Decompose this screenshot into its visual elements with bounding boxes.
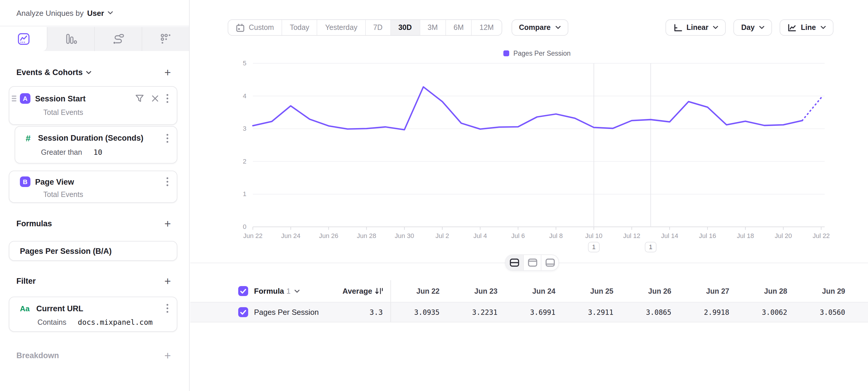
table-col-header: Jun 26 xyxy=(623,287,681,295)
drag-handle-icon[interactable] xyxy=(12,95,17,101)
y-axis-label: 0 xyxy=(243,223,246,230)
breakdown-section-header: Breakdown + xyxy=(17,351,171,360)
filter-card-current-url[interactable]: Aa Current URL Contains docs.mixpanel.co… xyxy=(9,297,177,332)
series-dropdown[interactable]: Formula 1 xyxy=(254,287,299,296)
range-yesterday[interactable]: Yesterday xyxy=(317,20,365,35)
annotation-badge[interactable]: 1 xyxy=(645,242,656,252)
table-col-header: Jun 27 xyxy=(681,287,739,295)
range-30d[interactable]: 30D xyxy=(390,20,420,35)
range-7d[interactable]: 7D xyxy=(365,20,390,35)
filter-section-title: Filter xyxy=(17,277,36,285)
table-row-values: 3.0935 3.2231 3.6991 3.2911 3.0865 2.991… xyxy=(391,303,855,322)
table-col-header: Jun 25 xyxy=(565,287,623,295)
add-formula-button[interactable]: + xyxy=(164,220,171,228)
table-col-header: Jun 22 xyxy=(391,287,449,295)
chart-line-projected[interactable] xyxy=(802,97,821,120)
x-axis-label: Jun 28 xyxy=(357,232,376,240)
average-sort-header[interactable]: Average xyxy=(342,287,391,296)
kebab-menu-icon[interactable] xyxy=(166,133,168,143)
table-header-row: Formula 1 Average Jun 22 Jun 23 Jun 24 J… xyxy=(190,280,868,303)
range-12m[interactable]: 12M xyxy=(471,20,502,35)
chart-toolbar: Custom Today Yesterday 7D 30D 3M 6M 12M … xyxy=(228,19,834,36)
analyze-label: Analyze Uniques by xyxy=(17,8,84,17)
select-all-checkbox[interactable] xyxy=(238,286,248,296)
kebab-menu-icon[interactable] xyxy=(166,177,168,187)
filter-operator[interactable]: Contains xyxy=(37,318,66,327)
x-axis-label: Jul 12 xyxy=(623,232,640,240)
x-axis-label: Jul 20 xyxy=(775,232,792,240)
annotation-badge[interactable]: 1 xyxy=(588,242,599,252)
filter-value[interactable]: docs.mixpanel.com xyxy=(78,318,153,327)
scale-button[interactable]: Linear xyxy=(665,19,726,36)
view-table-button[interactable] xyxy=(541,255,558,270)
kebab-menu-icon[interactable] xyxy=(166,304,168,313)
string-property-icon: Aa xyxy=(20,304,32,313)
granularity-button[interactable]: Day xyxy=(734,19,772,36)
x-axis-label: Jun 24 xyxy=(281,232,300,240)
y-axis-label: 4 xyxy=(243,92,246,100)
formula-expression[interactable]: Pages Per Session (B/A) xyxy=(20,247,112,255)
event-card-session-start[interactable]: A Session Start Total Events xyxy=(9,86,177,125)
line-chart: 012345Jun 22Jun 24Jun 26Jun 28Jun 30Jul … xyxy=(190,46,868,260)
table-cell: 3.2231 xyxy=(449,308,507,316)
view-split-button[interactable] xyxy=(506,255,523,270)
kebab-menu-icon[interactable] xyxy=(166,94,168,103)
range-today[interactable]: Today xyxy=(282,20,317,35)
tab-retention[interactable] xyxy=(142,27,189,51)
row-checkbox[interactable] xyxy=(238,307,248,317)
x-axis-label: Jul 22 xyxy=(813,232,830,240)
add-filter-button[interactable]: + xyxy=(164,277,171,285)
tab-insights[interactable] xyxy=(0,27,48,51)
view-chart-button[interactable] xyxy=(523,255,541,270)
x-axis-label: Jul 6 xyxy=(511,232,525,240)
funnels-bars-icon xyxy=(65,33,77,45)
linear-axis-icon xyxy=(673,23,682,32)
add-event-button[interactable]: + xyxy=(164,68,171,77)
events-section-header: Events & Cohorts + xyxy=(17,68,171,77)
event-name[interactable]: Session Start xyxy=(35,94,86,103)
event-card-page-view[interactable]: B Page View Total Events xyxy=(9,171,177,203)
x-axis-label: Jun 26 xyxy=(319,232,338,240)
filter-value[interactable]: 10 xyxy=(93,148,102,157)
range-3m[interactable]: 3M xyxy=(420,20,445,35)
event-name[interactable]: Page View xyxy=(35,177,74,186)
chevron-down-icon xyxy=(294,289,299,293)
event-measure[interactable]: Total Events xyxy=(9,187,177,199)
chart-display-controls: Linear Day Line xyxy=(665,19,834,36)
analyze-header: Analyze Uniques by User xyxy=(0,0,189,26)
check-icon xyxy=(240,288,246,294)
chevron-down-icon[interactable] xyxy=(86,71,92,74)
table-cell: 3.2911 xyxy=(565,308,623,316)
event-measure[interactable]: Total Events xyxy=(9,104,177,117)
tab-funnels[interactable] xyxy=(48,27,95,51)
analyze-value-dropdown[interactable]: User xyxy=(87,8,104,17)
remove-x-icon[interactable] xyxy=(152,95,159,102)
range-custom[interactable]: Custom xyxy=(228,20,282,35)
x-axis-label: Jun 22 xyxy=(243,232,262,240)
split-view-icon xyxy=(510,258,519,267)
check-icon xyxy=(240,309,246,315)
report-main: Custom Today Yesterday 7D 30D 3M 6M 12M … xyxy=(190,0,868,391)
event-badge-b: B xyxy=(20,176,30,187)
filter-operator[interactable]: Greater than xyxy=(41,148,82,157)
filter-property-name[interactable]: Session Duration (Seconds) xyxy=(38,134,144,142)
compare-button[interactable]: Compare xyxy=(511,19,568,36)
range-6m[interactable]: 6M xyxy=(445,20,471,35)
inline-filter-card-session-duration[interactable]: # Session Duration (Seconds) Greater tha… xyxy=(14,126,177,164)
formula-card[interactable]: Pages Per Session (B/A) xyxy=(9,241,177,261)
y-axis-label: 3 xyxy=(243,125,246,132)
x-axis-label: Jun 30 xyxy=(395,232,414,240)
table-row[interactable]: Pages Per Session 3.3 3.0935 3.2231 3.69… xyxy=(190,303,868,323)
chart-line[interactable] xyxy=(253,87,802,130)
tab-flows[interactable] xyxy=(95,27,142,51)
table-cell: 3.6991 xyxy=(507,308,565,316)
chart-type-button[interactable]: Line xyxy=(780,19,834,36)
filter-property-name[interactable]: Current URL xyxy=(36,304,84,313)
add-breakdown-button[interactable]: + xyxy=(164,352,171,360)
y-axis-label: 2 xyxy=(243,158,246,165)
filter-funnel-icon[interactable] xyxy=(135,94,144,103)
table-cell: 2.9918 xyxy=(681,308,739,316)
table-cell: 3.0062 xyxy=(739,308,797,316)
chevron-down-icon xyxy=(108,11,113,15)
table-cell: 3.0865 xyxy=(623,308,681,316)
